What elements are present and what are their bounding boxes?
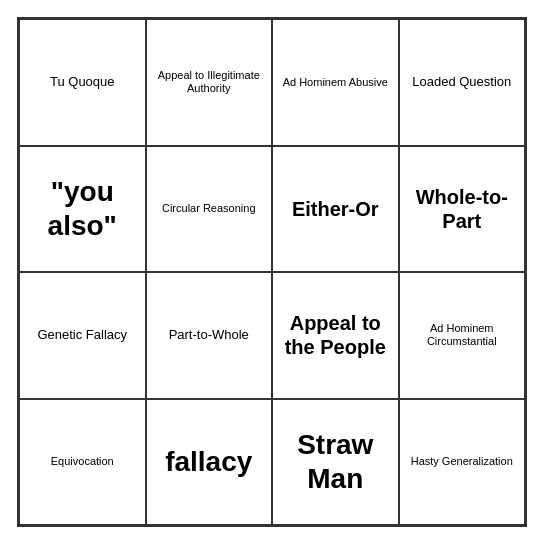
bingo-cell-11: Ad Hominem Circumstantial [399,272,526,399]
cell-text-5: Circular Reasoning [162,202,256,215]
bingo-cell-9: Part-to-Whole [146,272,273,399]
bingo-cell-5: Circular Reasoning [146,146,273,273]
cell-text-0: Tu Quoque [50,74,115,90]
cell-text-10: Appeal to the People [277,311,394,359]
bingo-cell-12: Equivocation [19,399,146,526]
cell-text-4: "you also" [24,175,141,242]
bingo-cell-10: Appeal to the People [272,272,399,399]
cell-text-3: Loaded Question [412,74,511,90]
bingo-cell-13: fallacy [146,399,273,526]
bingo-board: Tu QuoqueAppeal to Illegitimate Authorit… [17,17,527,527]
cell-text-11: Ad Hominem Circumstantial [404,322,521,348]
cell-text-1: Appeal to Illegitimate Authority [151,69,268,95]
cell-text-6: Either-Or [292,197,379,221]
bingo-cell-7: Whole-to-Part [399,146,526,273]
bingo-cell-0: Tu Quoque [19,19,146,146]
bingo-cell-15: Hasty Generalization [399,399,526,526]
cell-text-12: Equivocation [51,455,114,468]
bingo-cell-3: Loaded Question [399,19,526,146]
cell-text-15: Hasty Generalization [411,455,513,468]
cell-text-2: Ad Hominem Abusive [283,76,388,89]
cell-text-13: fallacy [165,445,252,479]
cell-text-14: Straw Man [277,428,394,495]
bingo-cell-8: Genetic Fallacy [19,272,146,399]
cell-text-9: Part-to-Whole [169,327,249,343]
bingo-cell-6: Either-Or [272,146,399,273]
bingo-cell-4: "you also" [19,146,146,273]
bingo-cell-14: Straw Man [272,399,399,526]
bingo-cell-2: Ad Hominem Abusive [272,19,399,146]
cell-text-7: Whole-to-Part [404,185,521,233]
cell-text-8: Genetic Fallacy [37,327,127,343]
bingo-cell-1: Appeal to Illegitimate Authority [146,19,273,146]
